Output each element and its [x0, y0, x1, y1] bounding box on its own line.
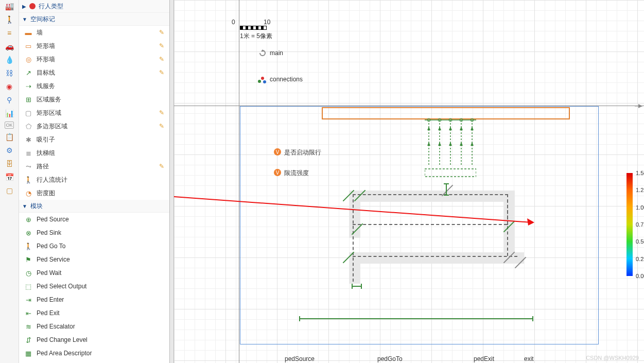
var1-label: 是否启动限行	[284, 148, 321, 157]
left-icon-rail: 🏭 🚶 ≡ 🚗 💧 ⛓ ◉ ⚲ 📊 OK 📋 ⚙ 🗄 📅 ▢	[0, 0, 19, 363]
path-icon: ⤳	[24, 162, 32, 170]
chart-icon[interactable]: 📊	[4, 108, 14, 118]
ruler-tick-10: 10	[264, 19, 270, 26]
palette-item-escalator[interactable]: ≣扶梯组	[19, 146, 169, 160]
edit-icon[interactable]: ✎	[159, 69, 166, 76]
category-ped-type[interactable]: ▶ 行人类型	[19, 0, 169, 13]
ped-red-icon[interactable]: ◉	[4, 81, 14, 92]
corridor	[349, 263, 360, 284]
ring-wall-icon: ◎	[24, 55, 32, 63]
item-label: 目标线	[37, 68, 155, 77]
variable-icon[interactable]: V	[274, 169, 281, 176]
edit-icon[interactable]: ✎	[159, 163, 166, 170]
wall-dash	[353, 194, 354, 282]
category-space-markup[interactable]: ▼ 空间标记	[19, 13, 169, 26]
palette-item-flow-stat[interactable]: 🚶行人流统计	[19, 173, 169, 186]
target-line[interactable]	[299, 318, 533, 319]
service-group[interactable]: /* populated below */	[425, 117, 476, 179]
svg-marker-18	[438, 127, 441, 130]
rail-fence-icon[interactable]: ≡	[4, 28, 14, 38]
palette-item-attractor[interactable]: ✱吸引子	[19, 133, 169, 146]
palette-item-line-svc[interactable]: ⇢线服务	[19, 79, 169, 93]
svg-marker-26	[471, 142, 474, 146]
colorbar-label: 1.00	[636, 204, 644, 211]
net-icon[interactable]: ⛓	[4, 68, 14, 78]
item-label: 密度图	[37, 189, 166, 198]
item-label: Ped Select Output	[37, 283, 166, 290]
cal-icon[interactable]: 📅	[4, 172, 14, 182]
connections-icon[interactable]	[257, 76, 267, 83]
density-icon: ◔	[24, 189, 32, 197]
palette-item-target-line[interactable]: ↗目标线✎	[19, 66, 169, 79]
palette-item-density[interactable]: ◔密度图	[19, 186, 169, 200]
gears-icon[interactable]: ⚙	[4, 145, 14, 155]
main-label: main	[270, 49, 283, 57]
svg-point-5	[263, 80, 266, 83]
corridor	[349, 252, 524, 264]
scale-text: 1米 = 5像素	[240, 32, 272, 41]
edit-icon[interactable]: ✎	[159, 56, 166, 63]
category-blocks[interactable]: ▼ 模块	[19, 200, 169, 213]
item-label: Ped Wait	[37, 269, 166, 276]
poly-area-icon: ⬠	[24, 122, 32, 130]
item-label: Ped Service	[37, 256, 166, 263]
palette-block-ped-select-output[interactable]: ⬚Ped Select Output	[19, 280, 169, 293]
item-label: 路径	[37, 162, 155, 171]
edit-icon[interactable]: ✎	[159, 109, 166, 116]
palette-block-ped-area-descriptor[interactable]: ▦Ped Area Descriptor	[19, 347, 169, 360]
svg-marker-24	[460, 127, 463, 130]
target-line[interactable]	[446, 183, 447, 196]
palette-item-rect-area[interactable]: ▢矩形区域✎	[19, 106, 169, 119]
palette-item-wall[interactable]: ▬墙✎	[19, 26, 169, 39]
palette-block-ped-sink[interactable]: ⊗Ped Sink	[19, 226, 169, 239]
palette-block-ped-exit[interactable]: ⇤Ped Exit	[19, 306, 169, 320]
splitter[interactable]	[170, 0, 174, 363]
category-label: 行人类型	[39, 2, 63, 11]
palette-item-path[interactable]: ⤳路径✎	[19, 160, 169, 173]
block-icon: ⇥	[24, 296, 32, 304]
palette-item-area-svc[interactable]: ⊞区域服务	[19, 93, 169, 106]
zoom-icon[interactable]: ⚲	[4, 95, 14, 105]
svg-marker-15	[427, 127, 430, 130]
palette-item-poly-area[interactable]: ⬠多边形区域✎	[19, 119, 169, 133]
palette-block-ped-wait[interactable]: ◷Ped Wait	[19, 266, 169, 280]
edit-icon[interactable]: ✎	[159, 123, 166, 130]
proc-exit: pedExit	[474, 355, 494, 362]
palette-block-ped-group-assemble[interactable]: ⩋Ped Group Assemble	[19, 360, 169, 363]
car-icon[interactable]: 🚗	[4, 41, 14, 51]
palette-block-ped-escalator[interactable]: ≋Ped Escalator	[19, 320, 169, 333]
factory-icon[interactable]: 🏭	[4, 1, 14, 11]
palette-block-ped-source[interactable]: ⊕Ped Source	[19, 213, 169, 226]
ped-walk-icon[interactable]: 🚶	[4, 14, 14, 25]
proc-goto: pedGoTo	[377, 355, 403, 362]
category-label: 模块	[30, 202, 43, 211]
item-label: 矩形区域	[37, 109, 155, 117]
db-icon[interactable]: 🗄	[4, 159, 14, 169]
palette-item-ring-wall[interactable]: ◎环形墙✎	[19, 53, 169, 66]
palette-item-rect-wall[interactable]: ▭矩形墙✎	[19, 39, 169, 53]
edit-icon[interactable]: ✎	[159, 42, 166, 49]
item-label: Ped Sink	[37, 229, 166, 236]
palette-block-ped-service[interactable]: ⚑Ped Service	[19, 253, 169, 266]
ok-badge-icon[interactable]: OK	[5, 122, 14, 129]
variable-icon[interactable]: V	[274, 148, 281, 155]
palette-block-ped-enter[interactable]: ⇥Ped Enter	[19, 293, 169, 306]
edit-icon[interactable]: ✎	[159, 29, 166, 36]
main-agent-icon[interactable]	[259, 49, 266, 57]
palette-block-ped-change-level[interactable]: ⇵Ped Change Level	[19, 333, 169, 347]
svg-rect-12	[425, 169, 476, 177]
var2-label: 限流强度	[284, 169, 309, 178]
palette-panel: ▶ 行人类型 ▼ 空间标记 ▬墙✎▭矩形墙✎◎环形墙✎↗目标线✎⇢线服务⊞区域服…	[19, 0, 170, 363]
clip-icon[interactable]: 📋	[4, 132, 14, 142]
target-line[interactable]	[352, 286, 362, 287]
block-icon: ≋	[24, 322, 32, 331]
palette-block-ped-go-to[interactable]: 🚶Ped Go To	[19, 239, 169, 253]
block-icon: ⬚	[24, 282, 32, 290]
water-drop-icon[interactable]: 💧	[4, 55, 14, 65]
model-canvas[interactable]: 0 10 1米 = 5像素 main connections /* popula…	[174, 0, 644, 363]
line-svc-icon: ⇢	[24, 82, 32, 90]
item-label: 多边形区域	[37, 122, 155, 131]
proc-source: pedSource	[285, 355, 315, 362]
app-icon[interactable]: ▢	[4, 185, 14, 196]
item-label: Ped Enter	[37, 296, 166, 303]
